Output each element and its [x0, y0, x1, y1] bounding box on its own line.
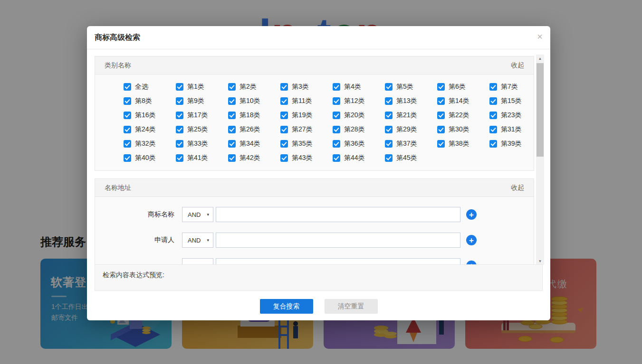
category-checkbox-item[interactable]: 第6类	[437, 82, 489, 92]
checkbox-checked-icon[interactable]	[385, 97, 393, 105]
scrollbar-thumb[interactable]	[537, 63, 544, 157]
category-collapse-link[interactable]: 收起	[511, 61, 524, 70]
category-checkbox-item[interactable]: 第31类	[489, 125, 542, 134]
checkbox-checked-icon[interactable]	[437, 112, 445, 119]
category-checkbox-item[interactable]: 第37类	[385, 139, 437, 149]
category-checkbox-item[interactable]: 第16类	[124, 111, 176, 120]
checkbox-checked-icon[interactable]	[489, 83, 497, 91]
category-checkbox-item[interactable]: 第18类	[228, 111, 280, 120]
name-address-collapse-link[interactable]: 收起	[511, 184, 524, 192]
checkbox-checked-icon[interactable]	[176, 97, 183, 105]
checkbox-checked-icon[interactable]	[176, 154, 183, 162]
checkbox-checked-icon[interactable]	[176, 83, 183, 91]
category-checkbox-item[interactable]: 第24类	[124, 125, 176, 134]
category-checkbox-item[interactable]: 第17类	[176, 111, 228, 120]
checkbox-checked-icon[interactable]	[228, 126, 236, 133]
checkbox-checked-icon[interactable]	[124, 97, 131, 105]
category-checkbox-item[interactable]: 第13类	[385, 96, 437, 106]
checkbox-checked-icon[interactable]	[280, 126, 288, 133]
checkbox-checked-icon[interactable]	[124, 112, 131, 119]
category-checkbox-item[interactable]: 第21类	[385, 111, 437, 120]
checkbox-checked-icon[interactable]	[228, 140, 236, 148]
operator-select[interactable]: AND▾	[182, 233, 213, 248]
checkbox-checked-icon[interactable]	[228, 112, 236, 119]
checkbox-checked-icon[interactable]	[333, 154, 340, 162]
category-checkbox-item[interactable]: 第28类	[333, 125, 385, 134]
category-checkbox-item[interactable]: 第1类	[176, 82, 228, 92]
checkbox-checked-icon[interactable]	[437, 83, 445, 91]
category-checkbox-item[interactable]: 第3类	[280, 82, 333, 92]
category-checkbox-item[interactable]: 第20类	[333, 111, 385, 120]
clear-reset-button[interactable]: 清空重置	[325, 299, 378, 314]
checkbox-checked-icon[interactable]	[124, 154, 131, 162]
search-term-input[interactable]	[216, 233, 460, 248]
operator-select[interactable]: AND▾	[182, 207, 213, 222]
modal-scrollbar[interactable]: ▲ ▼	[536, 55, 544, 265]
checkbox-checked-icon[interactable]	[385, 83, 393, 91]
category-checkbox-item[interactable]: 第36类	[333, 139, 385, 149]
category-checkbox-item[interactable]: 第9类	[176, 96, 228, 106]
category-checkbox-item[interactable]: 第11类	[280, 96, 333, 106]
category-checkbox-item[interactable]: 第8类	[124, 96, 176, 106]
scrollbar-down-arrow-icon[interactable]: ▼	[536, 257, 544, 265]
category-checkbox-item[interactable]: 第39类	[489, 139, 542, 149]
category-checkbox-item[interactable]: 第15类	[489, 96, 542, 106]
category-checkbox-item[interactable]: 第23类	[489, 111, 542, 120]
checkbox-checked-icon[interactable]	[176, 140, 183, 148]
composite-search-button[interactable]: 复合搜索	[260, 299, 313, 314]
category-checkbox-item[interactable]: 第40类	[124, 153, 176, 163]
category-checkbox-item[interactable]: 第45类	[385, 153, 437, 163]
checkbox-checked-icon[interactable]	[385, 112, 393, 119]
checkbox-checked-icon[interactable]	[489, 97, 497, 105]
checkbox-checked-icon[interactable]	[280, 112, 288, 119]
checkbox-checked-icon[interactable]	[280, 140, 288, 148]
checkbox-checked-icon[interactable]	[333, 97, 340, 105]
category-checkbox-item[interactable]: 第26类	[228, 125, 280, 134]
checkbox-checked-icon[interactable]	[228, 83, 236, 91]
checkbox-checked-icon[interactable]	[333, 126, 340, 133]
checkbox-checked-icon[interactable]	[333, 83, 340, 91]
category-checkbox-item[interactable]: 第41类	[176, 153, 228, 163]
category-checkbox-item[interactable]: 第44类	[333, 153, 385, 163]
add-condition-button[interactable]: +	[466, 261, 477, 264]
category-checkbox-item[interactable]: 第32类	[124, 139, 176, 149]
scrollbar-up-arrow-icon[interactable]: ▲	[536, 55, 544, 62]
add-condition-button[interactable]: +	[466, 235, 477, 245]
category-checkbox-item[interactable]: 第35类	[280, 139, 333, 149]
category-checkbox-item[interactable]: 第14类	[437, 96, 489, 106]
category-checkbox-item[interactable]: 第10类	[228, 96, 280, 106]
checkbox-checked-icon[interactable]	[176, 112, 183, 119]
category-checkbox-item[interactable]: 第7类	[489, 82, 542, 92]
checkbox-checked-icon[interactable]	[489, 140, 497, 148]
category-checkbox-item[interactable]: 第4类	[333, 82, 385, 92]
category-checkbox-item[interactable]: 第12类	[333, 96, 385, 106]
checkbox-checked-icon[interactable]	[385, 140, 393, 148]
search-term-input[interactable]	[216, 258, 460, 264]
checkbox-checked-icon[interactable]	[489, 112, 497, 119]
category-checkbox-item[interactable]: 第22类	[437, 111, 489, 120]
category-checkbox-item[interactable]: 第38类	[437, 139, 489, 149]
checkbox-checked-icon[interactable]	[124, 140, 131, 148]
checkbox-checked-icon[interactable]	[124, 126, 131, 133]
checkbox-checked-icon[interactable]	[437, 97, 445, 105]
category-checkbox-item[interactable]: 第34类	[228, 139, 280, 149]
checkbox-checked-icon[interactable]	[124, 83, 131, 91]
checkbox-checked-icon[interactable]	[489, 126, 497, 133]
close-icon[interactable]: ×	[537, 32, 543, 41]
checkbox-checked-icon[interactable]	[228, 97, 236, 105]
category-checkbox-item[interactable]: 第5类	[385, 82, 437, 92]
category-checkbox-item[interactable]: 第33类	[176, 139, 228, 149]
category-checkbox-item[interactable]: 第2类	[228, 82, 280, 92]
category-checkbox-item[interactable]: 第30类	[437, 125, 489, 134]
checkbox-checked-icon[interactable]	[437, 140, 445, 148]
checkbox-checked-icon[interactable]	[385, 154, 393, 162]
category-checkbox-item[interactable]: 全选	[124, 82, 176, 92]
add-condition-button[interactable]: +	[466, 209, 477, 220]
category-checkbox-item[interactable]: 第25类	[176, 125, 228, 134]
checkbox-checked-icon[interactable]	[280, 97, 288, 105]
category-checkbox-item[interactable]: 第43类	[280, 153, 333, 163]
operator-select[interactable]	[182, 258, 213, 264]
category-checkbox-item[interactable]: 第42类	[228, 153, 280, 163]
checkbox-checked-icon[interactable]	[176, 126, 183, 133]
checkbox-checked-icon[interactable]	[228, 154, 236, 162]
